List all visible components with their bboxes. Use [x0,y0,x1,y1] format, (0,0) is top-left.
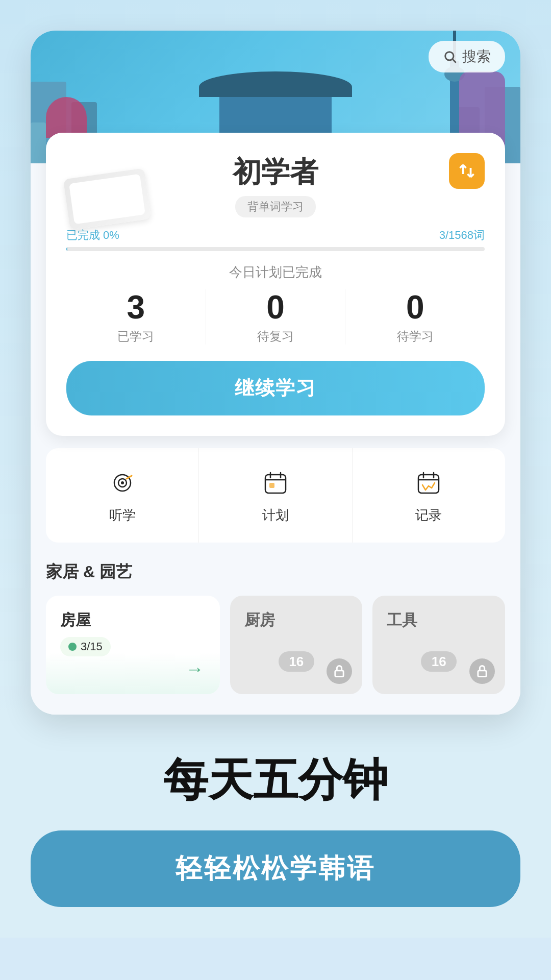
stat-pending: 0 待学习 [345,289,485,345]
study-card: 初学者 背单词学习 已完成 0% 3/1568词 今日计划已完成 [46,133,505,436]
record-icon [412,467,445,499]
main-content: 初学者 背单词学习 已完成 0% 3/1568词 今日计划已完成 [31,133,520,715]
card-arrow: → [182,656,208,682]
category-card-house[interactable]: 房屋 3/15 → [46,596,220,694]
category-title: 家居 & 园艺 [46,561,505,583]
swap-icon [458,162,476,180]
card-subtitle: 背单词学习 [235,196,316,217]
svg-rect-5 [265,475,286,493]
svg-rect-9 [269,483,274,488]
tagline: 每天五分钟 [163,755,388,805]
category-card-kitchen[interactable]: 厨房 16 [230,596,363,694]
top-section: 搜索 初学者 背单词学习 [0,0,551,715]
quick-actions: 听学 计划 [46,448,505,543]
progress-bar [66,247,485,251]
action-listen-label: 听学 [109,506,136,524]
action-plan[interactable]: 计划 [199,448,352,543]
stat-learned: 3 已学习 [66,289,206,345]
svg-rect-14 [335,671,343,677]
cta-button[interactable]: 轻轻松松学韩语 [31,830,520,907]
continue-button[interactable]: 继续学习 [66,361,485,415]
progress-container: 已完成 0% 3/1568词 [66,228,485,251]
stat-learned-number: 3 [77,289,195,325]
card-kitchen-count: 16 [279,651,314,672]
stat-pending-number: 0 [356,289,474,325]
stat-review: 0 待复习 [206,289,346,345]
stat-review-label: 待复习 [216,328,335,345]
progress-total: 3/1568词 [439,228,485,243]
search-icon [443,50,457,64]
stat-pending-label: 待学习 [356,328,474,345]
progress-labels: 已完成 0% 3/1568词 [66,228,485,243]
tools-lock-icon [469,658,495,684]
category-cards: 房屋 3/15 → 厨房 16 [46,596,505,694]
building-left-3 [31,122,46,163]
bottom-section: 每天五分钟 轻轻松松学韩语 [0,715,551,938]
card-kitchen-title: 厨房 [244,610,348,631]
action-record[interactable]: 记录 [353,448,505,543]
svg-point-0 [445,52,454,60]
listen-icon [106,467,139,499]
stat-learned-label: 已学习 [77,328,195,345]
search-label: 搜索 [462,47,491,66]
app-card: 搜索 初学者 背单词学习 [31,31,520,715]
card-tools-count: 16 [421,651,457,672]
plan-complete-label: 今日计划已完成 [66,263,485,281]
card-tools-title: 工具 [387,610,491,631]
progress-completed: 已完成 0% [66,228,119,243]
category-card-tools[interactable]: 工具 16 [372,596,505,694]
action-plan-label: 计划 [262,506,289,524]
stats-row: 3 已学习 0 待复习 0 待学习 [66,289,485,345]
search-button[interactable]: 搜索 [429,41,505,72]
stat-review-number: 0 [216,289,335,325]
svg-line-1 [453,59,456,62]
action-listen[interactable]: 听学 [46,448,199,543]
swap-button[interactable] [449,153,485,189]
svg-rect-15 [478,671,486,677]
card-house-title: 房屋 [60,610,206,631]
palace-illustration [204,71,347,143]
progress-fill [66,247,67,251]
card-house-progress: 3/15 [81,640,103,653]
svg-point-4 [121,481,124,484]
plan-icon [259,467,292,499]
badge-dot [68,643,77,651]
category-section: 家居 & 园艺 房屋 3/15 → 厨房 [46,561,505,694]
flashcard-decoration [63,168,151,230]
svg-rect-10 [418,475,439,493]
fan-decoration [46,97,87,138]
kitchen-lock-icon [327,658,352,684]
action-record-label: 记录 [415,506,442,524]
